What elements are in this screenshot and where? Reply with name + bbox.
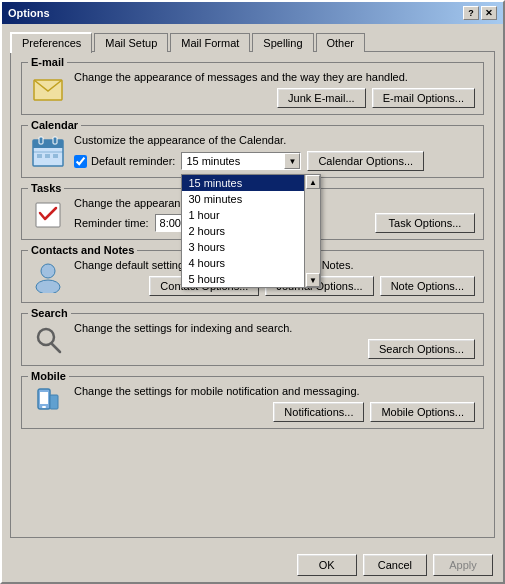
scroll-down-button[interactable]: ▼ bbox=[306, 273, 320, 287]
email-section-inner: Change the appearance of messages and th… bbox=[30, 69, 475, 108]
scroll-up-button[interactable]: ▲ bbox=[306, 175, 320, 189]
default-reminder-checkbox[interactable] bbox=[74, 155, 87, 168]
reminder-dropdown-popup: 15 minutes 30 minutes 1 hour 2 hours 3 h… bbox=[181, 174, 321, 288]
calendar-section-box: Calendar bbox=[21, 125, 484, 178]
search-section-inner: Change the settings for indexing and sea… bbox=[30, 320, 475, 359]
tasks-icon bbox=[30, 197, 66, 233]
email-options-button[interactable]: E-mail Options... bbox=[372, 88, 475, 108]
search-description: Change the settings for indexing and sea… bbox=[74, 322, 475, 334]
notifications-button[interactable]: Notifications... bbox=[273, 402, 364, 422]
email-section-box: E-mail Change the appearance of messages… bbox=[21, 62, 484, 115]
mobile-options-button[interactable]: Mobile Options... bbox=[370, 402, 475, 422]
calendar-icon bbox=[30, 134, 66, 170]
dropdown-scrollbar: ▲ ▼ bbox=[304, 175, 320, 287]
junk-email-button[interactable]: Junk E-mail... bbox=[277, 88, 366, 108]
note-options-button[interactable]: Note Options... bbox=[380, 276, 475, 296]
scroll-track bbox=[305, 189, 320, 273]
contacts-section-title: Contacts and Notes bbox=[28, 244, 137, 256]
help-button[interactable]: ? bbox=[463, 6, 479, 20]
email-icon bbox=[30, 71, 66, 107]
svg-rect-7 bbox=[45, 154, 50, 158]
svg-rect-8 bbox=[53, 154, 58, 158]
calendar-options-button[interactable]: Calendar Options... bbox=[307, 151, 424, 171]
svg-point-10 bbox=[41, 264, 55, 278]
calendar-section-inner: Customize the appearance of the Calendar… bbox=[30, 132, 475, 171]
options-dialog: Options ? ✕ Preferences Mail Setup Mail … bbox=[0, 0, 505, 584]
dropdown-item-1hr[interactable]: 1 hour bbox=[182, 207, 320, 223]
mobile-icon bbox=[30, 385, 66, 421]
mobile-buttons: Notifications... Mobile Options... bbox=[74, 402, 475, 422]
svg-rect-3 bbox=[39, 137, 43, 144]
email-section-title: E-mail bbox=[28, 56, 67, 68]
window-content: Preferences Mail Setup Mail Format Spell… bbox=[2, 24, 503, 546]
title-controls: ? ✕ bbox=[463, 6, 497, 20]
search-icon bbox=[30, 322, 66, 358]
bottom-bar: OK Cancel Apply bbox=[2, 546, 503, 582]
svg-rect-15 bbox=[40, 392, 48, 404]
close-button[interactable]: ✕ bbox=[481, 6, 497, 20]
dropdown-item-30min[interactable]: 30 minutes bbox=[182, 191, 320, 207]
search-section-content: Change the settings for indexing and sea… bbox=[74, 322, 475, 359]
svg-rect-16 bbox=[42, 406, 46, 408]
svg-line-13 bbox=[52, 344, 60, 352]
search-section-box: Search Change the settings for indexing … bbox=[21, 313, 484, 366]
tab-mail-setup[interactable]: Mail Setup bbox=[94, 33, 168, 52]
mobile-section-content: Change the settings for mobile notificat… bbox=[74, 385, 475, 422]
svg-rect-2 bbox=[33, 140, 63, 148]
mobile-section-inner: Change the settings for mobile notificat… bbox=[30, 383, 475, 422]
search-buttons: Search Options... bbox=[74, 339, 475, 359]
dropdown-item-5hr[interactable]: 5 hours bbox=[182, 271, 320, 287]
dropdown-item-15min[interactable]: 15 minutes bbox=[182, 175, 320, 191]
dropdown-popup-items: 15 minutes 30 minutes 1 hour 2 hours 3 h… bbox=[182, 175, 320, 287]
window-title: Options bbox=[8, 7, 50, 19]
tab-preferences[interactable]: Preferences bbox=[10, 32, 92, 53]
tab-other[interactable]: Other bbox=[316, 33, 366, 52]
search-section: Search Change the settings for indexing … bbox=[21, 313, 484, 366]
email-section-content: Change the appearance of messages and th… bbox=[74, 71, 475, 108]
dropdown-item-4hr[interactable]: 4 hours bbox=[182, 255, 320, 271]
reminder-dropdown-container: 15 minutes 30 minutes 1 hour 2 hours 3 h… bbox=[181, 152, 301, 170]
email-section: E-mail Change the appearance of messages… bbox=[21, 62, 484, 115]
search-section-title: Search bbox=[28, 307, 71, 319]
email-buttons: Junk E-mail... E-mail Options... bbox=[74, 88, 475, 108]
reminder-time-label: Reminder time: bbox=[74, 217, 149, 229]
dropdown-item-2hr[interactable]: 2 hours bbox=[182, 223, 320, 239]
default-reminder-label: Default reminder: bbox=[74, 155, 175, 168]
tab-bar: Preferences Mail Setup Mail Format Spell… bbox=[10, 32, 495, 52]
calendar-section: Calendar bbox=[21, 125, 484, 178]
svg-rect-17 bbox=[50, 395, 58, 409]
reminder-dropdown[interactable]: 15 minutes 30 minutes 1 hour 2 hours 3 h… bbox=[181, 152, 301, 170]
mobile-section-box: Mobile Change the settings for mobile bbox=[21, 376, 484, 429]
contacts-icon bbox=[30, 259, 66, 295]
task-options-button[interactable]: Task Options... bbox=[375, 213, 475, 233]
search-options-button[interactable]: Search Options... bbox=[368, 339, 475, 359]
mobile-description: Change the settings for mobile notificat… bbox=[74, 385, 475, 397]
mobile-section-title: Mobile bbox=[28, 370, 69, 382]
calendar-section-content: Customize the appearance of the Calendar… bbox=[74, 134, 475, 171]
title-bar: Options ? ✕ bbox=[2, 2, 503, 24]
tab-mail-format[interactable]: Mail Format bbox=[170, 33, 250, 52]
svg-rect-6 bbox=[37, 154, 42, 158]
apply-button[interactable]: Apply bbox=[433, 554, 493, 576]
svg-point-11 bbox=[36, 280, 60, 293]
ok-button[interactable]: OK bbox=[297, 554, 357, 576]
calendar-section-title: Calendar bbox=[28, 119, 81, 131]
svg-point-12 bbox=[38, 329, 54, 345]
calendar-description: Customize the appearance of the Calendar… bbox=[74, 134, 475, 146]
email-description: Change the appearance of messages and th… bbox=[74, 71, 475, 83]
tab-content-preferences: E-mail Change the appearance of messages… bbox=[10, 51, 495, 538]
tasks-section-title: Tasks bbox=[28, 182, 64, 194]
svg-rect-4 bbox=[53, 137, 57, 144]
mobile-section: Mobile Change the settings for mobile bbox=[21, 376, 484, 429]
cancel-button[interactable]: Cancel bbox=[363, 554, 427, 576]
dropdown-item-3hr[interactable]: 3 hours bbox=[182, 239, 320, 255]
tab-spelling[interactable]: Spelling bbox=[252, 33, 313, 52]
